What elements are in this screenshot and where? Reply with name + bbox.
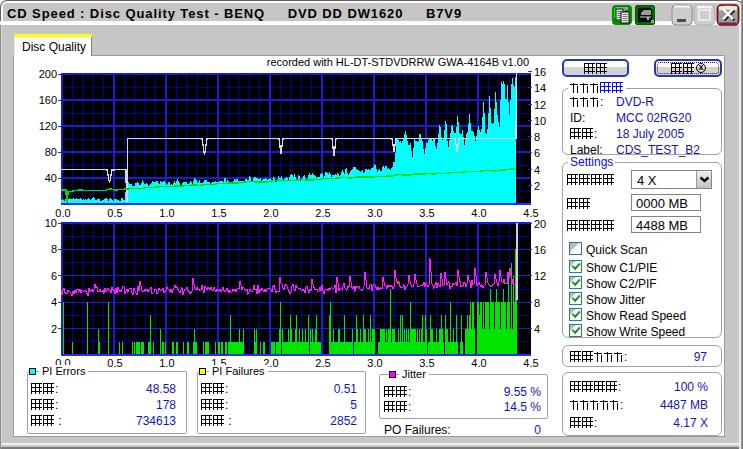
svg-text:4: 4 [534,323,540,335]
svg-text:3.0: 3.0 [367,207,382,219]
svg-text:8: 8 [534,297,540,309]
svg-text:40: 40 [45,172,57,184]
svg-text:6: 6 [534,147,540,159]
svg-text:0.0: 0.0 [55,207,70,219]
svg-text:4.0: 4.0 [471,207,486,219]
svg-text:120: 120 [39,120,57,132]
svg-text:1.0: 1.0 [159,357,174,369]
svg-text:0.5: 0.5 [107,357,122,369]
svg-text:8: 8 [534,131,540,143]
svg-text:16: 16 [534,66,546,78]
svg-text:3.5: 3.5 [419,207,434,219]
svg-text:2: 2 [534,180,540,192]
svg-text:3.0: 3.0 [367,357,382,369]
svg-text:6: 6 [51,270,57,282]
svg-text:10: 10 [534,115,546,127]
svg-text:2.0: 2.0 [263,207,278,219]
svg-text:2.5: 2.5 [315,207,330,219]
svg-text:16: 16 [534,244,546,256]
svg-text:1.0: 1.0 [159,207,174,219]
svg-text:160: 160 [39,94,57,106]
svg-text:4: 4 [534,164,540,176]
svg-text:4.5: 4.5 [523,207,538,219]
svg-text:4.0: 4.0 [471,357,486,369]
svg-text:8: 8 [51,243,57,255]
svg-text:20: 20 [534,218,546,230]
svg-text:200: 200 [39,68,57,80]
svg-text:4.5: 4.5 [523,357,538,369]
svg-text:recorded with HL-DT-STDVDRRW G: recorded with HL-DT-STDVDRRW GWA-4164B v… [267,56,529,68]
svg-text:2.5: 2.5 [315,357,330,369]
svg-text:1.5: 1.5 [211,207,226,219]
svg-text:14: 14 [534,82,546,94]
svg-text:12: 12 [534,99,546,111]
svg-text:2: 2 [51,323,57,335]
svg-text:12: 12 [534,270,546,282]
svg-text:4: 4 [51,296,57,308]
svg-text:80: 80 [45,146,57,158]
svg-text:0.5: 0.5 [107,207,122,219]
